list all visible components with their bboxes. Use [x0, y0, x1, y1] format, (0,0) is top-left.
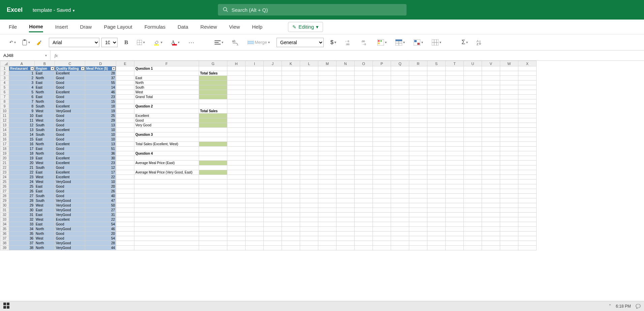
- cell-H30[interactable]: [227, 203, 246, 208]
- cell-J32[interactable]: [264, 213, 282, 217]
- cell-S7[interactable]: [427, 95, 446, 99]
- cell-B39[interactable]: North: [35, 246, 55, 250]
- cell-B9[interactable]: South: [35, 104, 55, 109]
- cell-P11[interactable]: [373, 114, 391, 118]
- cell-D2[interactable]: 28: [85, 71, 116, 76]
- cell-H16[interactable]: [227, 137, 246, 142]
- cell-F30[interactable]: [134, 203, 199, 208]
- cell-K26[interactable]: [282, 184, 300, 189]
- cell-X37[interactable]: [518, 236, 537, 241]
- cell-B29[interactable]: South: [35, 198, 55, 203]
- cell-T9[interactable]: [446, 104, 464, 109]
- cell-D28[interactable]: 40: [85, 194, 116, 198]
- cell-S6[interactable]: [427, 90, 446, 95]
- cell-W16[interactable]: [500, 137, 518, 142]
- cell-R36[interactable]: [409, 231, 427, 236]
- cell-R12[interactable]: [409, 118, 427, 123]
- cell-P6[interactable]: [373, 90, 391, 95]
- autosum-button[interactable]: Σ▾: [459, 37, 470, 47]
- cell-F20[interactable]: [134, 156, 199, 161]
- cell-H7[interactable]: [227, 95, 246, 99]
- cell-J29[interactable]: [264, 198, 282, 203]
- cell-I8[interactable]: [246, 99, 264, 104]
- cell-P28[interactable]: [373, 194, 391, 198]
- cell-E25[interactable]: [116, 180, 134, 184]
- cell-B30[interactable]: West: [35, 203, 55, 208]
- cell-G24[interactable]: [199, 175, 227, 180]
- cell-K20[interactable]: [282, 156, 300, 161]
- cell-A9[interactable]: 8: [9, 104, 35, 109]
- cell-N20[interactable]: [336, 156, 355, 161]
- cell-T39[interactable]: [446, 246, 464, 250]
- cell-V25[interactable]: [482, 180, 500, 184]
- cell-G33[interactable]: [199, 217, 227, 222]
- cell-B33[interactable]: West: [35, 217, 55, 222]
- column-header-O[interactable]: O: [355, 61, 373, 66]
- cell-S39[interactable]: [427, 246, 446, 250]
- cell-X38[interactable]: [518, 241, 537, 246]
- cell-D25[interactable]: 10: [85, 180, 116, 184]
- cell-T26[interactable]: [446, 184, 464, 189]
- cell-M1[interactable]: [318, 66, 336, 71]
- cell-O29[interactable]: [355, 198, 373, 203]
- cell-E27[interactable]: [116, 189, 134, 194]
- cell-I7[interactable]: [246, 95, 264, 99]
- cell-K16[interactable]: [282, 137, 300, 142]
- cell-X31[interactable]: [518, 208, 537, 213]
- cell-W17[interactable]: [500, 142, 518, 147]
- cell-S19[interactable]: [427, 151, 446, 156]
- cell-M6[interactable]: [318, 90, 336, 95]
- cell-Q2[interactable]: [391, 71, 409, 76]
- cell-E32[interactable]: [116, 213, 134, 217]
- cell-C23[interactable]: Excellent: [55, 170, 85, 175]
- cell-C7[interactable]: Good: [55, 95, 85, 99]
- cell-L30[interactable]: [300, 203, 318, 208]
- cell-D17[interactable]: 13: [85, 142, 116, 147]
- cell-D39[interactable]: 44: [85, 246, 116, 250]
- cell-R8[interactable]: [409, 99, 427, 104]
- cell-O17[interactable]: [355, 142, 373, 147]
- cell-L2[interactable]: [300, 71, 318, 76]
- cell-H21[interactable]: [227, 161, 246, 165]
- cell-F17[interactable]: Total Sales (Excellent, West): [134, 142, 199, 147]
- row-header-1[interactable]: 1: [0, 66, 9, 71]
- row-header-10[interactable]: 10: [0, 109, 9, 114]
- cell-V10[interactable]: [482, 109, 500, 114]
- cell-S18[interactable]: [427, 147, 446, 151]
- cell-M32[interactable]: [318, 213, 336, 217]
- cell-E1[interactable]: [116, 66, 134, 71]
- cell-R17[interactable]: [409, 142, 427, 147]
- cell-L18[interactable]: [300, 147, 318, 151]
- row-header-26[interactable]: 26: [0, 184, 9, 189]
- font-color-button[interactable]: A ▾: [169, 38, 182, 47]
- cell-R9[interactable]: [409, 104, 427, 109]
- cell-W26[interactable]: [500, 184, 518, 189]
- cell-G12[interactable]: [199, 118, 227, 123]
- cell-P22[interactable]: [373, 165, 391, 170]
- cell-J21[interactable]: [264, 161, 282, 165]
- row-header-4[interactable]: 4: [0, 81, 9, 85]
- cell-Q33[interactable]: [391, 217, 409, 222]
- cell-T37[interactable]: [446, 236, 464, 241]
- cell-K2[interactable]: [282, 71, 300, 76]
- cell-A23[interactable]: 22: [9, 170, 35, 175]
- cell-H9[interactable]: [227, 104, 246, 109]
- cell-T36[interactable]: [446, 231, 464, 236]
- cell-D8[interactable]: 15: [85, 99, 116, 104]
- cell-J22[interactable]: [264, 165, 282, 170]
- cell-E24[interactable]: [116, 175, 134, 180]
- cell-V19[interactable]: [482, 151, 500, 156]
- cell-V9[interactable]: [482, 104, 500, 109]
- cell-W37[interactable]: [500, 236, 518, 241]
- cell-W2[interactable]: [500, 71, 518, 76]
- cell-C29[interactable]: VeryGood: [55, 198, 85, 203]
- cell-E10[interactable]: [116, 109, 134, 114]
- cell-L8[interactable]: [300, 99, 318, 104]
- cell-M9[interactable]: [318, 104, 336, 109]
- row-header-27[interactable]: 27: [0, 189, 9, 194]
- cell-F37[interactable]: [134, 236, 199, 241]
- cell-K37[interactable]: [282, 236, 300, 241]
- cell-N3[interactable]: [336, 76, 355, 81]
- cell-A13[interactable]: 12: [9, 123, 35, 128]
- cell-T18[interactable]: [446, 147, 464, 151]
